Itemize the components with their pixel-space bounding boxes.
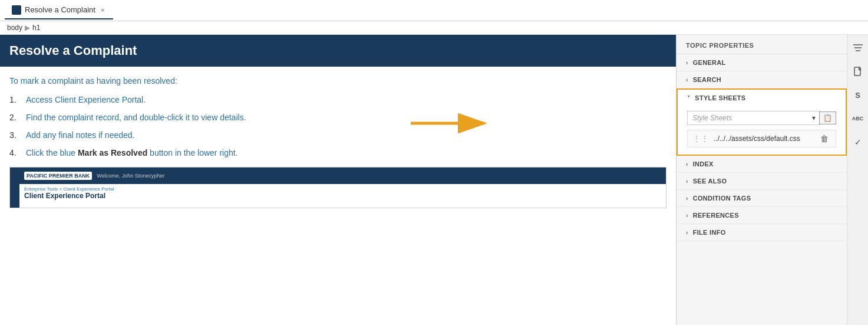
file-icon-button[interactable] xyxy=(850,63,866,80)
breadcrumb-h1: h1 xyxy=(32,24,40,32)
chevron-right-icon: › xyxy=(686,229,688,236)
chevron-right-icon: › xyxy=(686,195,688,202)
step-2-text: Find the complaint record, and double-cl… xyxy=(26,113,246,122)
check-icon-button[interactable]: ✓ xyxy=(850,134,866,150)
list-item: 4. Click the blue Mark as Resolved butto… xyxy=(9,148,666,157)
page-title: Resolve a Complaint xyxy=(9,43,137,58)
breadcrumb-arrow: ▶ xyxy=(25,24,30,32)
topic-header: Resolve a Complaint xyxy=(0,35,676,67)
abc-text-button[interactable]: ABC xyxy=(850,110,866,127)
s-icon: S xyxy=(855,91,860,100)
steps-list: 1. Access Client Experience Portal. 2. F… xyxy=(9,95,666,157)
section-index[interactable]: › INDEX xyxy=(676,156,847,173)
section-style-sheets: ˅ STYLE SHEETS Style Sheets default.css … xyxy=(676,88,847,156)
section-search[interactable]: › SEARCH xyxy=(676,71,847,88)
style-sheets-label: STYLE SHEETS xyxy=(695,94,745,101)
step-3-text: Add any final notes if needed. xyxy=(26,130,134,140)
section-file-info[interactable]: › FILE INFO xyxy=(676,224,847,241)
chevron-right-icon: › xyxy=(686,212,688,219)
preview-welcome-text: Welcome, John Stonecypher xyxy=(97,173,164,179)
delete-stylesheet-button[interactable]: 🗑 xyxy=(818,133,831,145)
tab-resolve-complaint[interactable]: Resolve a Complaint × xyxy=(5,2,113,19)
panel-header: TOPIC PROPERTIES xyxy=(676,35,847,54)
list-item: 1. Access Client Experience Portal. xyxy=(9,95,666,104)
preview-breadcrumb: Enterprise Tools > Client Experience Por… xyxy=(24,186,661,192)
chevron-down-icon: ˅ xyxy=(687,95,690,101)
section-see-also[interactable]: › SEE ALSO xyxy=(676,173,847,190)
dropdown-row: Style Sheets default.css ▾ 📋 xyxy=(687,111,836,125)
s-letter-button[interactable]: S xyxy=(850,87,866,103)
tab-close-button[interactable]: × xyxy=(99,6,106,14)
preview-sidebar xyxy=(10,184,19,208)
check-icon: ✓ xyxy=(854,137,862,147)
doc-icon xyxy=(12,5,21,15)
filter-icon-button[interactable] xyxy=(850,40,866,56)
breadcrumb: body ▶ h1 xyxy=(0,21,868,35)
content-body: To mark a complaint as having been resol… xyxy=(0,76,676,218)
section-condition-tags[interactable]: › CONDITION TAGS xyxy=(676,190,847,207)
screenshot-preview: PACIFIC PREMIER BANK Welcome, John Stone… xyxy=(9,167,666,208)
tab-label: Resolve a Complaint xyxy=(25,5,95,14)
list-item: 3. Add any final notes if needed. xyxy=(9,130,666,140)
abc-icon: ABC xyxy=(852,116,864,122)
css-filename: ../../../assets/css/default.css xyxy=(714,134,813,143)
css-file-row: ⋮⋮ ../../../assets/css/default.css 🗑 xyxy=(687,130,836,147)
section-search-label: SEARCH xyxy=(693,76,721,83)
step-4-text: Click the blue Mark as Resolved button i… xyxy=(26,148,238,157)
preview-title: Client Experience Portal xyxy=(24,192,661,200)
preview-header: PACIFIC PREMIER BANK Welcome, John Stone… xyxy=(10,168,666,184)
tab-bar: Resolve a Complaint × xyxy=(0,0,868,21)
main-layout: Resolve a Complaint To mark a complaint … xyxy=(0,35,868,325)
style-sheets-body: Style Sheets default.css ▾ 📋 ⋮⋮ ../../..… xyxy=(678,106,846,155)
section-file-info-label: FILE INFO xyxy=(693,229,726,236)
chevron-right-icon: › xyxy=(686,161,688,168)
icon-bar: S ABC ✓ xyxy=(847,35,868,325)
section-condition-tags-label: CONDITION TAGS xyxy=(693,195,751,202)
list-item: 2. Find the complaint record, and double… xyxy=(9,113,666,122)
section-general-label: GENERAL xyxy=(693,59,726,66)
intro-text: To mark a complaint as having been resol… xyxy=(9,76,666,86)
content-area: Resolve a Complaint To mark a complaint … xyxy=(0,35,676,325)
section-references[interactable]: › REFERENCES xyxy=(676,207,847,224)
add-stylesheet-button[interactable]: 📋 xyxy=(819,111,836,124)
preview-logo-text: PACIFIC PREMIER BANK xyxy=(24,172,92,180)
right-panel: TOPIC PROPERTIES › GENERAL › SEARCH ˅ ST… xyxy=(676,35,847,325)
breadcrumb-body: body xyxy=(7,24,22,32)
style-sheets-header[interactable]: ˅ STYLE SHEETS xyxy=(678,90,846,106)
chevron-right-icon: › xyxy=(686,178,688,185)
section-index-label: INDEX xyxy=(693,160,714,168)
chevron-right-icon: › xyxy=(686,60,688,66)
section-general[interactable]: › GENERAL xyxy=(676,54,847,71)
drag-handle-icon[interactable]: ⋮⋮ xyxy=(692,134,709,143)
chevron-right-icon: › xyxy=(686,77,688,83)
section-see-also-label: SEE ALSO xyxy=(693,178,727,185)
section-references-label: REFERENCES xyxy=(693,212,739,219)
style-sheets-dropdown[interactable]: Style Sheets default.css xyxy=(687,111,820,125)
folder-icon: 📋 xyxy=(823,114,832,122)
preview-body: Enterprise Tools > Client Experience Por… xyxy=(10,184,666,208)
step-1-text: Access Client Experience Portal. xyxy=(26,95,146,104)
